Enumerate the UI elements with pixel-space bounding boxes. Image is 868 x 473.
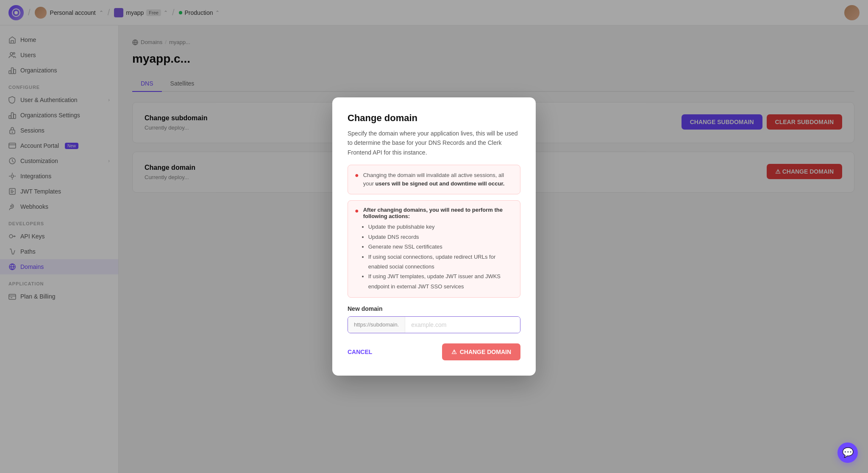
- modal-warning-2-content: After changing domains, you will need to…: [363, 207, 513, 291]
- cancel-button[interactable]: CANCEL: [348, 349, 372, 355]
- warning2-icon: ●: [355, 207, 359, 291]
- modal-warning-icon: ⚠: [451, 349, 457, 355]
- modal-footer: CANCEL ⚠ CHANGE DOMAIN: [348, 343, 520, 360]
- action-item: If using social connections, update redi…: [368, 252, 513, 272]
- change-domain-modal: Change domain Specify the domain where y…: [332, 97, 536, 376]
- modal-warning-1-text: Changing the domain will invalidate all …: [363, 171, 513, 188]
- new-domain-label: New domain: [348, 305, 520, 312]
- domain-input[interactable]: [405, 317, 520, 333]
- action-item: Generate new SSL certificates: [368, 242, 513, 252]
- action-item: If using JWT templates, update JWT issue…: [368, 271, 513, 291]
- action-item: Update DNS records: [368, 232, 513, 242]
- chat-support-button[interactable]: 💬: [837, 443, 858, 463]
- modal-warning-1: ● Changing the domain will invalidate al…: [348, 165, 520, 194]
- modal-change-domain-button[interactable]: ⚠ CHANGE DOMAIN: [442, 343, 520, 360]
- domain-input-row: https://subdomain.: [348, 316, 520, 333]
- modal-title: Change domain: [348, 113, 520, 124]
- action-item: Update the publishable key: [368, 222, 513, 232]
- modal-warning-2-title: After changing domains, you will need to…: [363, 207, 513, 219]
- warning1-icon: ●: [355, 171, 359, 188]
- chat-icon: 💬: [842, 447, 854, 458]
- modal-actions-list: Update the publishable key Update DNS re…: [363, 222, 513, 291]
- modal-overlay[interactable]: Change domain Specify the domain where y…: [0, 0, 868, 473]
- modal-warning-2: ● After changing domains, you will need …: [348, 200, 520, 298]
- domain-prefix: https://subdomain.: [348, 317, 405, 333]
- modal-description: Specify the domain where your applicatio…: [348, 129, 520, 157]
